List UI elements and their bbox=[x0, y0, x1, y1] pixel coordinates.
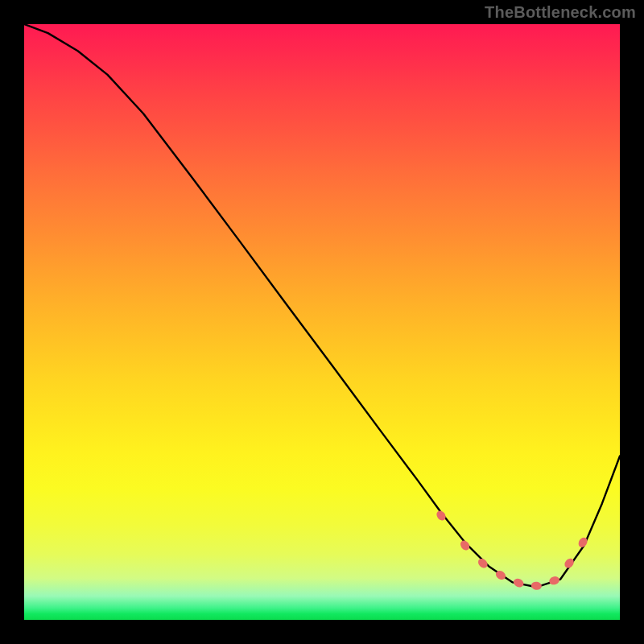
marker-dot bbox=[459, 539, 472, 551]
plot-area bbox=[24, 24, 620, 620]
chart-stage: TheBottleneck.com bbox=[0, 0, 644, 644]
marker-dot bbox=[435, 509, 448, 522]
chart-svg bbox=[24, 24, 620, 620]
watermark-label: TheBottleneck.com bbox=[485, 3, 636, 22]
marker-dot bbox=[530, 581, 542, 591]
marker-dot bbox=[548, 576, 560, 586]
marker-dot bbox=[512, 577, 525, 588]
marker-group bbox=[435, 509, 589, 591]
marker-dot bbox=[477, 557, 489, 570]
curve-path bbox=[24, 24, 620, 587]
